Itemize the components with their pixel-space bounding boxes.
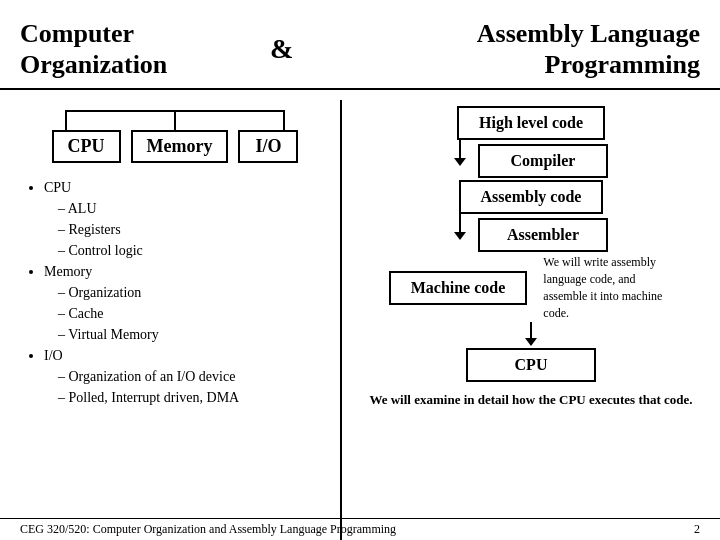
bullet-memory: Memory [44, 261, 330, 282]
bullet-io: I/O [44, 345, 330, 366]
bullet-polled: Polled, Interrupt driven, DMA [58, 387, 330, 408]
diagram-box-io: I/O [238, 130, 298, 163]
title-right: Assembly Language Programming [323, 18, 700, 80]
footer: CEG 320/520: Computer Organization and A… [0, 518, 720, 540]
main-content: CPU Memory I/O CPU ALU Registers Control… [0, 90, 720, 540]
bullet-registers: Registers [58, 219, 330, 240]
flow-box-cpu: CPU [466, 348, 596, 382]
connector-right [283, 112, 285, 130]
bullet-control-logic: Control logic [58, 240, 330, 261]
flow-box-high-level: High level code [457, 106, 605, 140]
title-left: Computer Organization [20, 18, 240, 80]
diagram-top-line [65, 110, 285, 130]
footer-left: CEG 320/520: Computer Organization and A… [20, 522, 396, 537]
ampersand: & [240, 33, 323, 65]
header: Computer Organization & Assembly Languag… [0, 0, 720, 90]
title-left-line2: Organization [20, 50, 167, 79]
flow-box-assembly: Assembly code [459, 180, 604, 214]
flow-box-compiler: Compiler [478, 144, 608, 178]
left-panel: CPU Memory I/O CPU ALU Registers Control… [20, 100, 340, 540]
right-panel: High level code Compiler Assembly code A… [340, 100, 700, 540]
connector-mid [174, 112, 176, 130]
diagram-connectors [65, 112, 285, 130]
examine-text: We will examine in detail how the CPU ex… [363, 392, 698, 408]
footer-right: 2 [694, 522, 700, 537]
diagram-box-cpu: CPU [52, 130, 121, 163]
bullet-cpu: CPU [44, 177, 330, 198]
bullet-alu: ALU [58, 198, 330, 219]
title-left-line1: Computer [20, 19, 134, 48]
diagram-box-memory: Memory [131, 130, 229, 163]
bullet-organization: Organization [58, 282, 330, 303]
bullet-list: CPU ALU Registers Control logic Memory O… [20, 177, 330, 408]
diagram: CPU Memory I/O [20, 100, 330, 163]
title-right-line1: Assembly Language [477, 19, 700, 48]
diagram-boxes: CPU Memory I/O [52, 130, 299, 163]
bullet-io-org: Organization of an I/O device [58, 366, 330, 387]
title-right-line2: Programming [545, 50, 701, 79]
flow-box-machine-code: Machine code [389, 271, 528, 305]
connector-left [65, 112, 67, 130]
side-text: We will write assembly language code, an… [543, 254, 673, 321]
bullet-cache: Cache [58, 303, 330, 324]
bullet-virtual-memory: Virtual Memory [58, 324, 330, 345]
flow-box-assembler: Assembler [478, 218, 608, 252]
